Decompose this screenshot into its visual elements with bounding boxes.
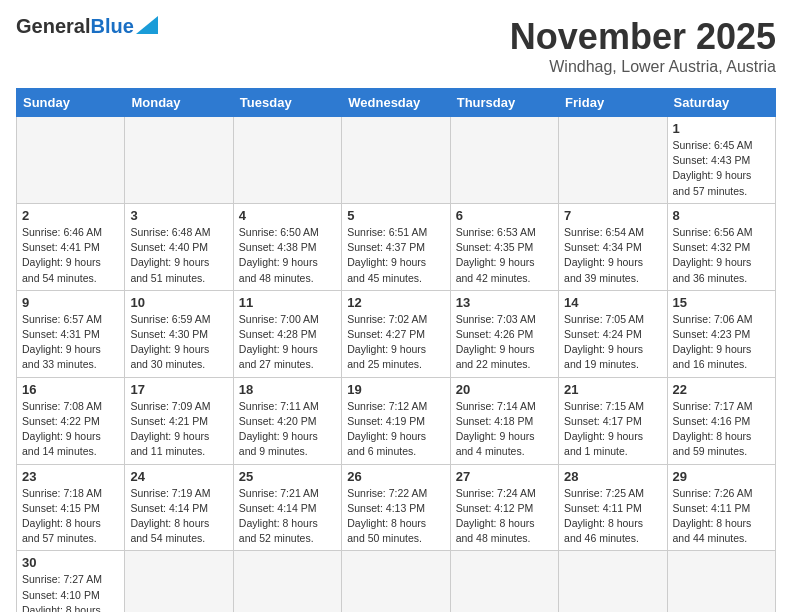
day-number: 12	[347, 295, 444, 310]
day-info: Sunrise: 7:22 AMSunset: 4:13 PMDaylight:…	[347, 486, 444, 547]
day-info: Sunrise: 6:45 AMSunset: 4:43 PMDaylight:…	[673, 138, 770, 199]
calendar-cell	[342, 551, 450, 612]
week-row-4: 16Sunrise: 7:08 AMSunset: 4:22 PMDayligh…	[17, 377, 776, 464]
logo-text: GeneralBlue	[16, 16, 134, 36]
day-info: Sunrise: 6:50 AMSunset: 4:38 PMDaylight:…	[239, 225, 336, 286]
calendar-cell: 28Sunrise: 7:25 AMSunset: 4:11 PMDayligh…	[559, 464, 667, 551]
weekday-header-monday: Monday	[125, 89, 233, 117]
day-info: Sunrise: 7:24 AMSunset: 4:12 PMDaylight:…	[456, 486, 553, 547]
day-number: 14	[564, 295, 661, 310]
day-number: 27	[456, 469, 553, 484]
calendar-cell	[450, 117, 558, 204]
weekday-header-sunday: Sunday	[17, 89, 125, 117]
day-number: 22	[673, 382, 770, 397]
day-number: 17	[130, 382, 227, 397]
logo-general: General	[16, 15, 90, 37]
day-info: Sunrise: 6:54 AMSunset: 4:34 PMDaylight:…	[564, 225, 661, 286]
day-info: Sunrise: 7:11 AMSunset: 4:20 PMDaylight:…	[239, 399, 336, 460]
calendar-cell: 10Sunrise: 6:59 AMSunset: 4:30 PMDayligh…	[125, 290, 233, 377]
day-number: 9	[22, 295, 119, 310]
calendar-cell	[125, 117, 233, 204]
day-number: 26	[347, 469, 444, 484]
calendar-cell: 8Sunrise: 6:56 AMSunset: 4:32 PMDaylight…	[667, 203, 775, 290]
day-info: Sunrise: 7:15 AMSunset: 4:17 PMDaylight:…	[564, 399, 661, 460]
calendar-cell	[559, 551, 667, 612]
day-number: 18	[239, 382, 336, 397]
day-info: Sunrise: 7:26 AMSunset: 4:11 PMDaylight:…	[673, 486, 770, 547]
calendar-cell	[233, 117, 341, 204]
calendar-cell: 11Sunrise: 7:00 AMSunset: 4:28 PMDayligh…	[233, 290, 341, 377]
calendar-cell: 5Sunrise: 6:51 AMSunset: 4:37 PMDaylight…	[342, 203, 450, 290]
day-number: 23	[22, 469, 119, 484]
day-number: 8	[673, 208, 770, 223]
logo-triangle-icon	[136, 16, 158, 34]
day-number: 24	[130, 469, 227, 484]
day-info: Sunrise: 6:51 AMSunset: 4:37 PMDaylight:…	[347, 225, 444, 286]
day-number: 3	[130, 208, 227, 223]
day-info: Sunrise: 6:56 AMSunset: 4:32 PMDaylight:…	[673, 225, 770, 286]
calendar-cell: 2Sunrise: 6:46 AMSunset: 4:41 PMDaylight…	[17, 203, 125, 290]
day-number: 20	[456, 382, 553, 397]
calendar-cell	[667, 551, 775, 612]
calendar-cell: 15Sunrise: 7:06 AMSunset: 4:23 PMDayligh…	[667, 290, 775, 377]
day-info: Sunrise: 7:27 AMSunset: 4:10 PMDaylight:…	[22, 572, 119, 612]
calendar-cell: 17Sunrise: 7:09 AMSunset: 4:21 PMDayligh…	[125, 377, 233, 464]
day-info: Sunrise: 7:14 AMSunset: 4:18 PMDaylight:…	[456, 399, 553, 460]
day-number: 11	[239, 295, 336, 310]
day-number: 7	[564, 208, 661, 223]
calendar: SundayMondayTuesdayWednesdayThursdayFrid…	[16, 88, 776, 612]
calendar-cell: 12Sunrise: 7:02 AMSunset: 4:27 PMDayligh…	[342, 290, 450, 377]
day-number: 10	[130, 295, 227, 310]
day-number: 13	[456, 295, 553, 310]
day-info: Sunrise: 7:03 AMSunset: 4:26 PMDaylight:…	[456, 312, 553, 373]
calendar-cell: 23Sunrise: 7:18 AMSunset: 4:15 PMDayligh…	[17, 464, 125, 551]
day-info: Sunrise: 6:53 AMSunset: 4:35 PMDaylight:…	[456, 225, 553, 286]
day-number: 16	[22, 382, 119, 397]
day-info: Sunrise: 7:17 AMSunset: 4:16 PMDaylight:…	[673, 399, 770, 460]
calendar-cell	[233, 551, 341, 612]
calendar-cell: 16Sunrise: 7:08 AMSunset: 4:22 PMDayligh…	[17, 377, 125, 464]
calendar-cell	[125, 551, 233, 612]
calendar-cell: 26Sunrise: 7:22 AMSunset: 4:13 PMDayligh…	[342, 464, 450, 551]
logo: GeneralBlue	[16, 16, 158, 36]
calendar-cell	[342, 117, 450, 204]
calendar-cell	[450, 551, 558, 612]
weekday-header-wednesday: Wednesday	[342, 89, 450, 117]
svg-marker-0	[136, 16, 158, 34]
day-info: Sunrise: 6:59 AMSunset: 4:30 PMDaylight:…	[130, 312, 227, 373]
week-row-2: 2Sunrise: 6:46 AMSunset: 4:41 PMDaylight…	[17, 203, 776, 290]
calendar-cell: 30Sunrise: 7:27 AMSunset: 4:10 PMDayligh…	[17, 551, 125, 612]
logo-blue: Blue	[90, 15, 133, 37]
day-info: Sunrise: 7:12 AMSunset: 4:19 PMDaylight:…	[347, 399, 444, 460]
calendar-header-row: SundayMondayTuesdayWednesdayThursdayFrid…	[17, 89, 776, 117]
calendar-cell: 24Sunrise: 7:19 AMSunset: 4:14 PMDayligh…	[125, 464, 233, 551]
calendar-cell: 14Sunrise: 7:05 AMSunset: 4:24 PMDayligh…	[559, 290, 667, 377]
day-number: 30	[22, 555, 119, 570]
header: GeneralBlue November 2025 Windhag, Lower…	[16, 16, 776, 76]
calendar-cell: 25Sunrise: 7:21 AMSunset: 4:14 PMDayligh…	[233, 464, 341, 551]
day-number: 5	[347, 208, 444, 223]
day-info: Sunrise: 7:06 AMSunset: 4:23 PMDaylight:…	[673, 312, 770, 373]
calendar-cell: 19Sunrise: 7:12 AMSunset: 4:19 PMDayligh…	[342, 377, 450, 464]
weekday-header-saturday: Saturday	[667, 89, 775, 117]
day-number: 15	[673, 295, 770, 310]
calendar-cell: 20Sunrise: 7:14 AMSunset: 4:18 PMDayligh…	[450, 377, 558, 464]
day-info: Sunrise: 6:46 AMSunset: 4:41 PMDaylight:…	[22, 225, 119, 286]
calendar-cell: 4Sunrise: 6:50 AMSunset: 4:38 PMDaylight…	[233, 203, 341, 290]
day-info: Sunrise: 7:19 AMSunset: 4:14 PMDaylight:…	[130, 486, 227, 547]
weekday-header-thursday: Thursday	[450, 89, 558, 117]
title-area: November 2025 Windhag, Lower Austria, Au…	[510, 16, 776, 76]
calendar-cell: 21Sunrise: 7:15 AMSunset: 4:17 PMDayligh…	[559, 377, 667, 464]
month-title: November 2025	[510, 16, 776, 58]
day-info: Sunrise: 6:48 AMSunset: 4:40 PMDaylight:…	[130, 225, 227, 286]
day-number: 29	[673, 469, 770, 484]
day-info: Sunrise: 7:02 AMSunset: 4:27 PMDaylight:…	[347, 312, 444, 373]
calendar-cell: 18Sunrise: 7:11 AMSunset: 4:20 PMDayligh…	[233, 377, 341, 464]
week-row-1: 1Sunrise: 6:45 AMSunset: 4:43 PMDaylight…	[17, 117, 776, 204]
calendar-cell	[559, 117, 667, 204]
week-row-6: 30Sunrise: 7:27 AMSunset: 4:10 PMDayligh…	[17, 551, 776, 612]
calendar-cell: 29Sunrise: 7:26 AMSunset: 4:11 PMDayligh…	[667, 464, 775, 551]
weekday-header-friday: Friday	[559, 89, 667, 117]
day-number: 1	[673, 121, 770, 136]
calendar-cell: 3Sunrise: 6:48 AMSunset: 4:40 PMDaylight…	[125, 203, 233, 290]
